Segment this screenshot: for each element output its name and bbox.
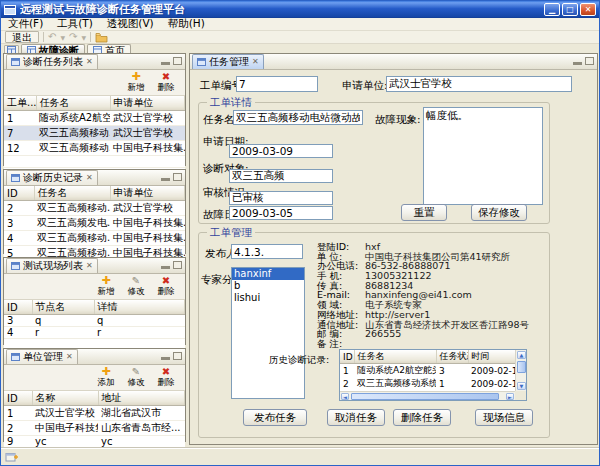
minimize-view-icon[interactable] [161, 261, 170, 269]
delete-button[interactable]: ✖删除 [153, 275, 179, 299]
table-row[interactable]: 2中国电子科技集...山东省青岛市经... [4, 421, 185, 436]
menu-tools[interactable]: 工具(T) [50, 17, 100, 31]
order-no-input[interactable] [236, 76, 318, 92]
view-tab-diagnosis-tasks[interactable]: 诊断任务列表 ✕ [6, 54, 98, 69]
table-row[interactable]: 9ycyc [4, 436, 185, 448]
delete-task-button[interactable]: 删除任务 [393, 409, 451, 426]
view-tab-units[interactable]: 单位管理 ✕ [6, 349, 78, 364]
column-header[interactable]: 详情 [94, 300, 185, 315]
view-tab-test-sites[interactable]: 测试现场列表 ✕ [6, 258, 98, 273]
add-button[interactable]: ✚添加 [93, 366, 119, 390]
apply-date-input[interactable] [229, 144, 333, 158]
modify-button[interactable]: ✎修改 [123, 275, 149, 299]
minimize-view-icon[interactable] [573, 57, 582, 65]
add-button[interactable]: ✚新增 [93, 275, 119, 299]
delete-button[interactable]: ✖删除 [153, 366, 179, 390]
forward-dropdown-icon[interactable]: ▼ [81, 34, 86, 41]
maximize-view-icon[interactable] [585, 57, 594, 65]
scroll-thumb[interactable] [517, 361, 526, 373]
column-header[interactable]: ID [4, 300, 32, 315]
minimize-view-icon[interactable] [161, 173, 170, 181]
maximize-view-icon[interactable] [173, 57, 182, 65]
minimize-view-icon[interactable] [161, 57, 170, 65]
list-item[interactable]: lishui [232, 292, 304, 304]
table-row[interactable]: 4rr [4, 327, 185, 339]
column-header[interactable]: 任务名 [34, 186, 110, 201]
apply-unit-input[interactable] [386, 76, 572, 92]
close-view-icon[interactable]: ✕ [86, 174, 93, 182]
reset-button[interactable]: 重置 [401, 204, 447, 221]
forward-icon[interactable]: ↷ [69, 32, 77, 42]
table-row[interactable]: 7双三五高频移动...武汉士官学校 [4, 126, 185, 141]
column-header[interactable]: ID [4, 391, 32, 406]
view-tab-diagnosis-history[interactable]: 诊断历史记录 ✕ [6, 170, 98, 185]
vertical-scrollbar[interactable]: ▲ ▼ [515, 350, 526, 391]
modify-button[interactable]: ✎修改 [123, 366, 149, 390]
table-row[interactable]: 1随动系统A2航空舵头故障32009-02-18 [340, 364, 516, 378]
review-input[interactable] [229, 191, 333, 205]
scroll-down-icon[interactable]: ▼ [517, 382, 526, 390]
column-header[interactable]: 申请单位 [110, 96, 185, 111]
exit-button[interactable]: 退出 [5, 31, 39, 43]
open-folder-icon[interactable] [95, 32, 108, 43]
column-header[interactable]: 工单... [4, 96, 36, 111]
view-tab-task-management[interactable]: 任务管理 ✕ [192, 54, 264, 69]
column-header[interactable]: ID [4, 186, 34, 201]
close-view-icon[interactable]: ✕ [66, 353, 73, 361]
scroll-up-icon[interactable]: ▲ [517, 351, 526, 359]
maximize-view-icon[interactable] [173, 352, 182, 360]
task-name-input[interactable] [233, 110, 363, 125]
menu-help[interactable]: 帮助(H) [161, 17, 212, 31]
table-row[interactable]: 12双三五高频移动...中国电子科技集... [4, 141, 185, 156]
column-header[interactable]: 时间 [468, 350, 516, 364]
save-changes-button[interactable]: 保存修改 [471, 204, 527, 221]
cancel-task-button[interactable]: 取消任务 [327, 409, 385, 426]
back-dropdown-icon[interactable]: ▼ [60, 34, 65, 41]
maximize-view-icon[interactable] [173, 173, 182, 181]
table-row[interactable]: 3qq [4, 315, 185, 327]
scroll-left-icon[interactable]: ◄ [341, 393, 349, 400]
delete-button[interactable]: ✖删除 [153, 71, 179, 95]
scroll-thumb[interactable] [351, 393, 499, 400]
column-header[interactable]: ID [340, 350, 354, 364]
menu-perspective[interactable]: 透视图(V) [100, 17, 161, 31]
plus-icon: ✚ [131, 71, 140, 82]
close-icon[interactable]: ✕ [580, 3, 596, 16]
column-header[interactable]: 任务名 [354, 350, 436, 364]
list-item[interactable]: hanxinf [232, 268, 304, 280]
list-item[interactable]: b [232, 280, 304, 292]
minimize-icon[interactable]: ▁ [544, 3, 560, 16]
table-row[interactable]: 4双三五高频移动...中国电子科技集... [4, 231, 185, 246]
site-info-button[interactable]: 现场信息 [475, 409, 533, 426]
publish-task-button[interactable]: 发布任务 [243, 409, 307, 426]
maximize-view-icon[interactable] [173, 261, 182, 269]
scroll-right-icon[interactable]: ► [506, 393, 514, 400]
maximize-icon[interactable]: □ [562, 3, 578, 16]
column-header[interactable]: 节点名 [32, 300, 94, 315]
table-row[interactable]: 1武汉士官学校湖北省武汉市 [4, 406, 185, 421]
diag-object-input[interactable] [229, 169, 333, 183]
column-header[interactable]: 任务名 [36, 96, 110, 111]
back-icon[interactable]: ↶ [48, 32, 56, 42]
column-header[interactable]: 申请单位 [110, 186, 185, 201]
empty-row [4, 156, 185, 168]
table-row[interactable]: 1随动系统A2航空...武汉士官学校 [4, 111, 185, 126]
table-row[interactable]: 2双三五高频移动...武汉士官学校 [4, 201, 185, 216]
fault-date-input[interactable] [229, 206, 333, 220]
minimize-view-icon[interactable] [161, 352, 170, 360]
horizontal-scrollbar[interactable]: ◄ ► [340, 391, 515, 400]
fast-view-icon[interactable] [5, 451, 18, 463]
fault-textarea[interactable]: 幅度低。 [423, 107, 543, 205]
close-view-icon[interactable]: ✕ [86, 262, 93, 270]
publisher-input[interactable] [231, 244, 303, 259]
menu-file[interactable]: 文件(F) [1, 17, 50, 31]
add-button[interactable]: ✚新增 [123, 71, 149, 95]
expert-listbox[interactable]: hanxinfblishui [231, 267, 305, 399]
close-view-icon[interactable]: ✕ [252, 58, 259, 66]
column-header[interactable]: 名称 [32, 391, 98, 406]
column-header[interactable]: 任务状态 [436, 350, 468, 364]
table-row[interactable]: 3双三五高频发电...中国电子科技集... [4, 216, 185, 231]
column-header[interactable]: 地址 [98, 391, 185, 406]
table-row[interactable]: 2双三五高频移动系统A3...12009-02-18 [340, 377, 516, 390]
close-view-icon[interactable]: ✕ [86, 58, 93, 66]
